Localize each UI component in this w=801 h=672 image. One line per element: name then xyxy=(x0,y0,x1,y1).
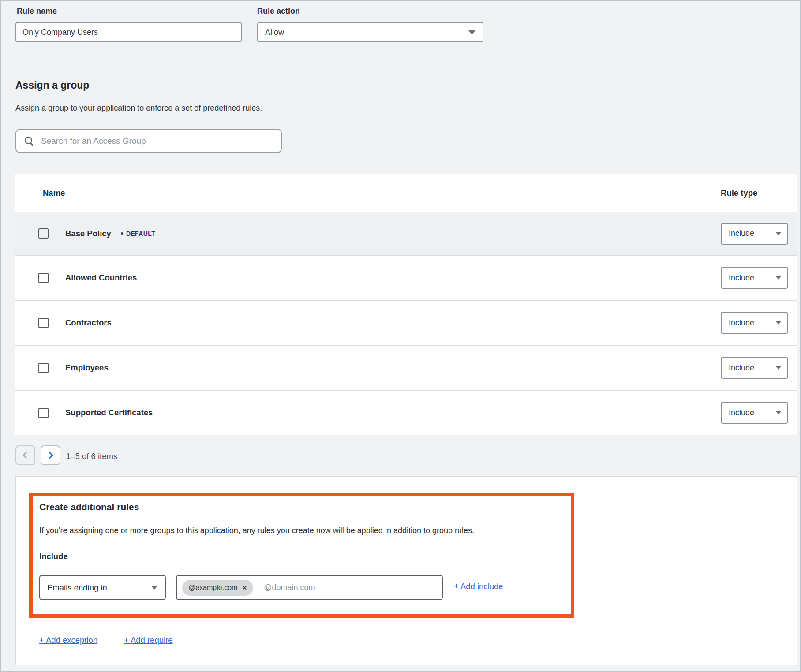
chevron-down-icon xyxy=(775,232,782,235)
search-placeholder: Search for an Access Group xyxy=(41,136,146,146)
email-input-placeholder: @domain.com xyxy=(264,583,315,592)
chevron-down-icon xyxy=(775,321,782,325)
add-require-link[interactable]: + Add require xyxy=(124,635,173,645)
row-checkbox[interactable] xyxy=(38,273,49,283)
rule-type-value: Include xyxy=(729,408,754,418)
column-header-name: Name xyxy=(43,188,65,198)
rule-type-value: Include xyxy=(729,273,754,283)
add-exception-link[interactable]: + Add exception xyxy=(39,635,97,645)
badge-dot-icon xyxy=(121,232,123,235)
chevron-down-icon xyxy=(775,276,782,280)
rule-selector-dropdown[interactable]: Emails ending in xyxy=(39,575,166,600)
highlight-box: Create additional rules If you're assign… xyxy=(29,493,574,618)
rule-name-label: Rule name xyxy=(17,7,57,16)
pagination-prev-button[interactable] xyxy=(15,445,35,465)
remove-tag-icon[interactable]: ✕ xyxy=(242,584,247,591)
search-icon xyxy=(24,136,34,146)
chevron-down-icon xyxy=(775,411,782,414)
access-group-search[interactable]: Search for an Access Group xyxy=(15,129,282,153)
rule-type-select[interactable]: Include xyxy=(721,402,788,424)
assign-group-heading: Assign a group xyxy=(15,79,89,91)
pagination-next-button[interactable] xyxy=(41,445,60,465)
rule-type-select[interactable]: Include xyxy=(721,357,788,379)
row-name: Employees xyxy=(65,363,109,373)
badge-label: DEFAULT xyxy=(126,230,155,237)
rule-type-select[interactable]: Include xyxy=(721,223,788,245)
email-tag: @example.com ✕ xyxy=(182,580,253,596)
chevron-down-icon xyxy=(775,366,782,370)
row-name: Base Policy xyxy=(65,229,111,239)
rule-action-label: Rule action xyxy=(257,7,300,16)
table-row: Contractors Include xyxy=(15,300,797,345)
rule-type-value: Include xyxy=(729,363,754,373)
chevron-left-icon xyxy=(22,452,30,459)
table-row: Employees Include xyxy=(15,345,797,390)
row-name: Supported Certificates xyxy=(65,408,153,418)
row-checkbox[interactable] xyxy=(38,408,49,418)
rule-action-value: Allow xyxy=(265,28,284,37)
rule-type-value: Include xyxy=(729,229,754,238)
rule-name-input[interactable] xyxy=(15,22,242,42)
rule-type-select[interactable]: Include xyxy=(721,267,788,289)
row-name: Allowed Countries xyxy=(65,273,137,283)
rule-type-value: Include xyxy=(729,318,754,328)
include-label: Include xyxy=(39,552,68,561)
rule-type-select[interactable]: Include xyxy=(721,312,788,334)
column-header-rule-type: Rule type xyxy=(721,188,757,198)
additional-rules-description: If you're assigning one or more groups t… xyxy=(39,526,546,535)
assign-group-description: Assign a group to your application to en… xyxy=(15,104,262,113)
table-header: Name Rule type xyxy=(15,174,797,212)
row-name: Contractors xyxy=(65,318,112,328)
chevron-down-icon xyxy=(151,586,158,590)
additional-rules-card: Create additional rules If you're assign… xyxy=(15,476,797,665)
row-checkbox[interactable] xyxy=(38,363,49,373)
row-checkbox[interactable] xyxy=(38,228,49,239)
email-tag-value: @example.com xyxy=(188,584,237,592)
table-row: Allowed Countries Include xyxy=(15,255,797,300)
pagination-label: 1–5 of 6 items xyxy=(66,452,117,461)
chevron-right-icon xyxy=(46,452,53,459)
rule-action-select[interactable]: Allow xyxy=(257,22,483,42)
add-include-link[interactable]: + Add include xyxy=(454,582,503,591)
additional-rules-title: Create additional rules xyxy=(39,502,139,512)
table-row: Supported Certificates Include xyxy=(15,390,797,435)
default-badge: DEFAULT xyxy=(121,230,155,237)
rule-selector-value: Emails ending in xyxy=(47,583,107,593)
email-domain-input[interactable]: @example.com ✕ @domain.com xyxy=(176,575,443,600)
row-checkbox[interactable] xyxy=(38,318,49,328)
access-groups-table: Name Rule type Base Policy DEFAULT Inclu… xyxy=(15,174,797,435)
chevron-down-icon xyxy=(468,30,475,34)
table-row: Base Policy DEFAULT Include xyxy=(15,212,797,255)
access-rule-page: Rule name Rule action Allow Assign a gro… xyxy=(0,0,801,672)
